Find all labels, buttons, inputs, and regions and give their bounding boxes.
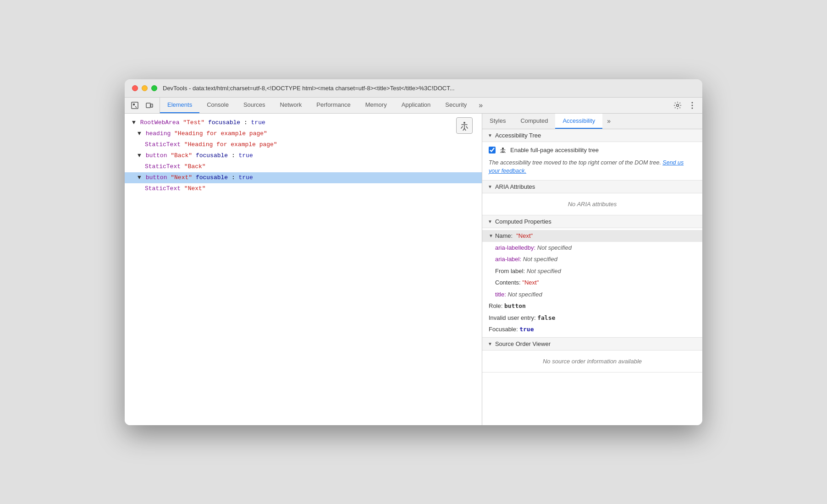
tabs-overflow-button[interactable]: » bbox=[474, 98, 487, 113]
dom-tree-panel[interactable]: ▼ RootWebArea "Test" focusable : true ▼ … bbox=[125, 114, 482, 425]
section-arrow-icon: ▼ bbox=[488, 341, 492, 346]
minimize-button[interactable] bbox=[142, 85, 148, 91]
section-arrow-icon: ▼ bbox=[489, 232, 493, 239]
titlebar: DevTools - data:text/html;charset=utf-8,… bbox=[125, 79, 702, 98]
dom-line-heading[interactable]: ▼ heading "Heading for example page" bbox=[125, 128, 482, 139]
main-tabs-bar: Elements Console Sources Network Perform… bbox=[125, 98, 702, 114]
no-aria-text: No ARIA attributes bbox=[489, 197, 696, 211]
source-order-viewer-header[interactable]: ▼ Source Order Viewer bbox=[482, 338, 702, 351]
a11y-icon bbox=[499, 147, 507, 154]
aria-attributes-header[interactable]: ▼ ARIA Attributes bbox=[482, 181, 702, 193]
arrow-icon: ▼ bbox=[138, 174, 141, 181]
feedback-description: The accessibility tree moved to the top … bbox=[489, 159, 661, 166]
arrow-icon: ▼ bbox=[138, 130, 141, 137]
tab-performance[interactable]: Performance bbox=[309, 98, 358, 113]
prop-title: title: Not specified bbox=[482, 289, 702, 301]
svg-point-5 bbox=[692, 104, 693, 106]
arrow-icon: ▼ bbox=[132, 119, 136, 126]
computed-properties-content: ▼ Name: "Next" aria-labelledby: Not spec… bbox=[482, 228, 702, 337]
dom-line-statictext-next[interactable]: StaticText "Next" bbox=[125, 183, 482, 194]
aria-attributes-label: ARIA Attributes bbox=[495, 183, 535, 190]
prop-aria-label: aria-label: Not specified bbox=[482, 253, 702, 265]
window-title: DevTools - data:text/html;charset=utf-8,… bbox=[163, 85, 695, 92]
dom-line-button-next[interactable]: ▼ button "Next" focusable : true bbox=[125, 172, 482, 183]
computed-properties-label: Computed Properties bbox=[495, 218, 551, 225]
main-content: ▼ RootWebArea "Test" focusable : true ▼ … bbox=[125, 114, 702, 425]
name-prop-value: "Next" bbox=[516, 231, 533, 241]
device-icon[interactable] bbox=[143, 99, 156, 112]
prop-focusable: Focusable: true bbox=[482, 323, 702, 335]
computed-name-row: ▼ Name: "Next" bbox=[482, 230, 702, 242]
accessibility-tree-section: ▼ Accessibility Tree Enable full-page ac… bbox=[482, 129, 702, 181]
source-order-viewer-section: ▼ Source Order Viewer No source order in… bbox=[482, 338, 702, 373]
tab-application[interactable]: Application bbox=[394, 98, 438, 113]
svg-point-7 bbox=[463, 122, 465, 124]
tab-console[interactable]: Console bbox=[199, 98, 236, 113]
tab-memory[interactable]: Memory bbox=[358, 98, 394, 113]
prop-invalid-user-entry: Invalid user entry: false bbox=[482, 312, 702, 324]
prop-aria-labelledby: aria-labelledby: Not specified bbox=[482, 242, 702, 254]
arrow-icon: ▼ bbox=[138, 152, 141, 159]
tab-styles[interactable]: Styles bbox=[482, 114, 513, 129]
feedback-text: The accessibility tree moved to the top … bbox=[489, 159, 696, 176]
right-panel-content: ▼ Accessibility Tree Enable full-page ac… bbox=[482, 129, 702, 425]
dom-line-rootwebarea[interactable]: ▼ RootWebArea "Test" focusable : true bbox=[125, 117, 482, 128]
tab-action-buttons bbox=[667, 98, 702, 113]
enable-a11y-tree-label: Enable full-page accessibility tree bbox=[510, 147, 599, 153]
devtools-window: DevTools - data:text/html;charset=utf-8,… bbox=[125, 79, 702, 425]
dom-line-statictext-back[interactable]: StaticText "Back" bbox=[125, 161, 482, 172]
name-prop-label: Name: bbox=[495, 231, 513, 241]
right-tabs-bar: Styles Computed Accessibility » bbox=[482, 114, 702, 129]
svg-point-3 bbox=[677, 104, 679, 106]
aria-attributes-content: No ARIA attributes bbox=[482, 193, 702, 215]
no-source-text: No source order information available bbox=[489, 354, 696, 368]
enable-a11y-tree-row: Enable full-page accessibility tree bbox=[489, 147, 696, 154]
tab-computed[interactable]: Computed bbox=[513, 114, 555, 129]
section-arrow-icon: ▼ bbox=[488, 184, 492, 189]
right-tabs-overflow[interactable]: » bbox=[602, 114, 615, 129]
computed-properties-header[interactable]: ▼ Computed Properties bbox=[482, 215, 702, 228]
inspector-icon[interactable] bbox=[128, 99, 141, 112]
aria-attributes-section: ▼ ARIA Attributes No ARIA attributes bbox=[482, 181, 702, 215]
accessibility-tree-button[interactable] bbox=[456, 117, 473, 134]
prop-from-label: From label: Not specified bbox=[482, 265, 702, 277]
tab-icon-buttons bbox=[125, 98, 160, 113]
tab-accessibility[interactable]: Accessibility bbox=[555, 114, 602, 129]
tab-security[interactable]: Security bbox=[438, 98, 474, 113]
accessibility-tree-header[interactable]: ▼ Accessibility Tree bbox=[482, 129, 702, 142]
section-arrow-icon: ▼ bbox=[488, 133, 492, 138]
accessibility-tree-content: Enable full-page accessibility tree The … bbox=[482, 142, 702, 181]
tab-sources[interactable]: Sources bbox=[236, 98, 273, 113]
tab-elements[interactable]: Elements bbox=[160, 98, 199, 113]
close-button[interactable] bbox=[132, 85, 138, 91]
main-tabs: Elements Console Sources Network Perform… bbox=[160, 98, 667, 113]
enable-a11y-tree-checkbox[interactable] bbox=[489, 147, 496, 153]
right-panel: Styles Computed Accessibility » ▼ Access… bbox=[482, 114, 702, 425]
prop-contents: Contents: "Next" bbox=[482, 277, 702, 289]
source-order-viewer-label: Source Order Viewer bbox=[495, 340, 551, 347]
svg-rect-1 bbox=[146, 103, 150, 108]
settings-icon[interactable] bbox=[671, 99, 684, 112]
dom-line-statictext-heading[interactable]: StaticText "Heading for example page" bbox=[125, 139, 482, 150]
source-order-content: No source order information available bbox=[482, 351, 702, 372]
svg-rect-2 bbox=[151, 104, 153, 107]
svg-point-6 bbox=[692, 107, 693, 109]
maximize-button[interactable] bbox=[151, 85, 157, 91]
computed-properties-section: ▼ Computed Properties ▼ Name: "Next" bbox=[482, 215, 702, 338]
more-options-icon[interactable] bbox=[686, 99, 699, 112]
dom-line-button-back[interactable]: ▼ button "Back" focusable : true bbox=[125, 150, 482, 161]
accessibility-tree-label: Accessibility Tree bbox=[495, 132, 541, 139]
svg-point-8 bbox=[502, 148, 504, 149]
section-arrow-icon: ▼ bbox=[488, 219, 492, 224]
tab-network[interactable]: Network bbox=[273, 98, 309, 113]
svg-point-4 bbox=[692, 102, 693, 103]
prop-role: Role: button bbox=[482, 300, 702, 312]
traffic-lights bbox=[132, 85, 157, 91]
